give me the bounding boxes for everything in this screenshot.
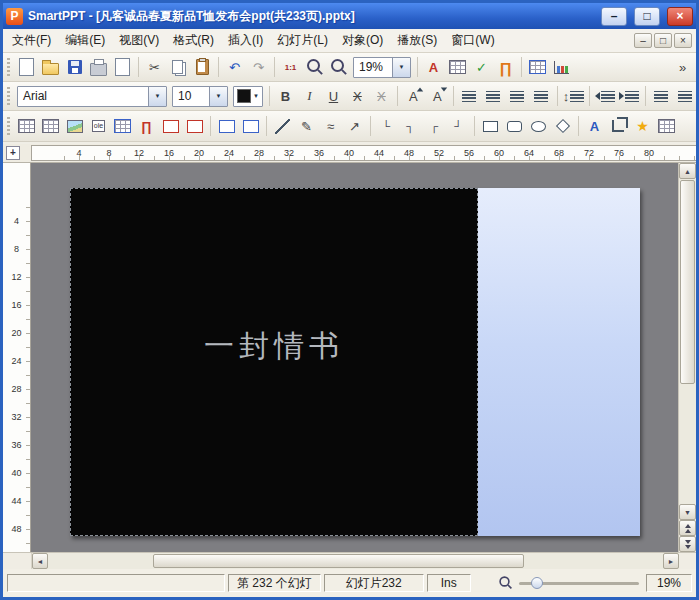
- align-justify-button[interactable]: [530, 85, 553, 108]
- rounded-rectangle-tool-button[interactable]: [503, 115, 526, 138]
- toolbar-grip[interactable]: [7, 117, 10, 135]
- copy-button[interactable]: [167, 56, 190, 79]
- horizontal-scroll-thumb[interactable]: [153, 554, 524, 568]
- font-dropdown-arrow-icon[interactable]: ▼: [148, 87, 166, 106]
- insert-frame-2-button[interactable]: [239, 115, 262, 138]
- print-preview-button[interactable]: [111, 56, 134, 79]
- vertical-scroll-thumb[interactable]: [680, 180, 695, 384]
- increase-font-button[interactable]: A: [402, 85, 425, 108]
- insert-table-button[interactable]: [446, 56, 469, 79]
- connector-4-button[interactable]: ┘: [447, 115, 470, 138]
- line-tool-button[interactable]: [271, 115, 294, 138]
- undo-button[interactable]: ↶: [223, 56, 246, 79]
- increase-indent-button[interactable]: [618, 85, 641, 108]
- menu-item[interactable]: 编辑(E): [58, 29, 112, 52]
- menu-item[interactable]: 播放(S): [390, 29, 444, 52]
- mdi-close-button[interactable]: ×: [674, 33, 692, 48]
- paste-button[interactable]: [191, 56, 214, 79]
- spell-check-button[interactable]: ✓: [470, 56, 493, 79]
- numbered-list-button[interactable]: [674, 85, 697, 108]
- zoom-in-button[interactable]: [303, 56, 326, 79]
- cut-button[interactable]: ✂: [143, 56, 166, 79]
- draw-table-button[interactable]: [15, 115, 38, 138]
- font-name-combobox[interactable]: Arial ▼: [17, 86, 167, 107]
- decrease-font-button[interactable]: A: [426, 85, 449, 108]
- scroll-right-button[interactable]: ►: [663, 553, 679, 569]
- size-dropdown-arrow-icon[interactable]: ▼: [209, 87, 227, 106]
- menu-item[interactable]: 幻灯片(L): [270, 29, 335, 52]
- menu-item[interactable]: 插入(I): [221, 29, 270, 52]
- maximize-button[interactable]: □: [634, 7, 660, 26]
- insert-formula-button[interactable]: ∏: [494, 56, 517, 79]
- diamond-tool-button[interactable]: [551, 115, 574, 138]
- italic-button[interactable]: I: [298, 85, 321, 108]
- toolbar-grip[interactable]: [7, 58, 10, 76]
- connector-2-button[interactable]: ┐: [399, 115, 422, 138]
- minimize-button[interactable]: –: [601, 7, 627, 26]
- zoom-slider-track[interactable]: [519, 582, 639, 585]
- menu-item[interactable]: 格式(R): [166, 29, 221, 52]
- insert-frame-button[interactable]: [215, 115, 238, 138]
- curve-tool-button[interactable]: ≈: [319, 115, 342, 138]
- font-color-dropdown[interactable]: ▼: [233, 86, 263, 107]
- vertical-textbox-button[interactable]: [183, 115, 206, 138]
- font-color-a-button[interactable]: A: [422, 56, 445, 79]
- save-button[interactable]: [63, 56, 86, 79]
- rectangle-tool-button[interactable]: [479, 115, 502, 138]
- zoom-out-button[interactable]: [327, 56, 350, 79]
- mdi-minimize-button[interactable]: –: [634, 33, 652, 48]
- insert-diagram-button[interactable]: [526, 56, 549, 79]
- horizontal-textbox-button[interactable]: [159, 115, 182, 138]
- menu-item[interactable]: 文件(F): [5, 29, 58, 52]
- horizontal-scrollbar[interactable]: ◄ ►: [3, 552, 696, 569]
- slide-title-text[interactable]: 一封情书: [204, 326, 344, 367]
- font-size-combobox[interactable]: 10 ▼: [172, 86, 228, 107]
- slide-canvas[interactable]: 一封情书: [31, 163, 678, 552]
- slide-background-area[interactable]: [478, 188, 640, 536]
- insert-picture-button[interactable]: [63, 115, 86, 138]
- scroll-left-button[interactable]: ◄: [32, 553, 48, 569]
- freeform-tool-button[interactable]: ✎: [295, 115, 318, 138]
- insert-worksheet-button[interactable]: [111, 115, 134, 138]
- object-gallery-button[interactable]: [655, 115, 678, 138]
- insert-formula-object-button[interactable]: ∏: [135, 115, 158, 138]
- menu-item[interactable]: 对象(O): [335, 29, 390, 52]
- bold-button[interactable]: B: [274, 85, 297, 108]
- toolbar-grip[interactable]: [7, 87, 10, 105]
- favorites-button[interactable]: ★: [631, 115, 654, 138]
- underline-button[interactable]: U: [322, 85, 345, 108]
- vertical-scroll-track[interactable]: [679, 179, 696, 504]
- insert-ole-object-button[interactable]: ole: [87, 115, 110, 138]
- scroll-down-button[interactable]: ▼: [679, 504, 696, 520]
- new-document-button[interactable]: [15, 56, 38, 79]
- previous-slide-button[interactable]: [679, 520, 696, 536]
- line-spacing-button[interactable]: ↕: [562, 85, 585, 108]
- connector-3-button[interactable]: ┌: [423, 115, 446, 138]
- more-tools-chevron[interactable]: »: [671, 56, 694, 79]
- menu-item[interactable]: 窗口(W): [444, 29, 501, 52]
- vertical-scrollbar[interactable]: ▲ ▼: [678, 163, 696, 552]
- open-file-button[interactable]: [39, 56, 62, 79]
- next-slide-button[interactable]: [679, 536, 696, 552]
- slide[interactable]: 一封情书: [70, 188, 640, 536]
- zoom-dropdown-arrow-icon[interactable]: ▼: [392, 58, 410, 77]
- slide-image-object[interactable]: 一封情书: [70, 188, 478, 536]
- print-button[interactable]: [87, 56, 110, 79]
- zoom-combobox[interactable]: 19% ▼: [353, 57, 411, 78]
- actual-size-button[interactable]: 1:1: [279, 56, 302, 79]
- align-right-button[interactable]: [506, 85, 529, 108]
- decrease-indent-button[interactable]: [594, 85, 617, 108]
- crop-button[interactable]: [607, 115, 630, 138]
- connector-1-button[interactable]: └: [375, 115, 398, 138]
- zoom-slider-knob[interactable]: [531, 577, 543, 589]
- scroll-up-button[interactable]: ▲: [679, 163, 696, 179]
- redo-button[interactable]: ↷: [247, 56, 270, 79]
- insert-chart-button[interactable]: [550, 56, 573, 79]
- strikethrough-button[interactable]: X: [346, 85, 369, 108]
- bullet-list-button[interactable]: [650, 85, 673, 108]
- insert-mode-panel[interactable]: Ins: [427, 574, 471, 592]
- menu-item[interactable]: 视图(V): [112, 29, 166, 52]
- double-strikethrough-button[interactable]: X: [370, 85, 393, 108]
- align-left-button[interactable]: [458, 85, 481, 108]
- ellipse-tool-button[interactable]: [527, 115, 550, 138]
